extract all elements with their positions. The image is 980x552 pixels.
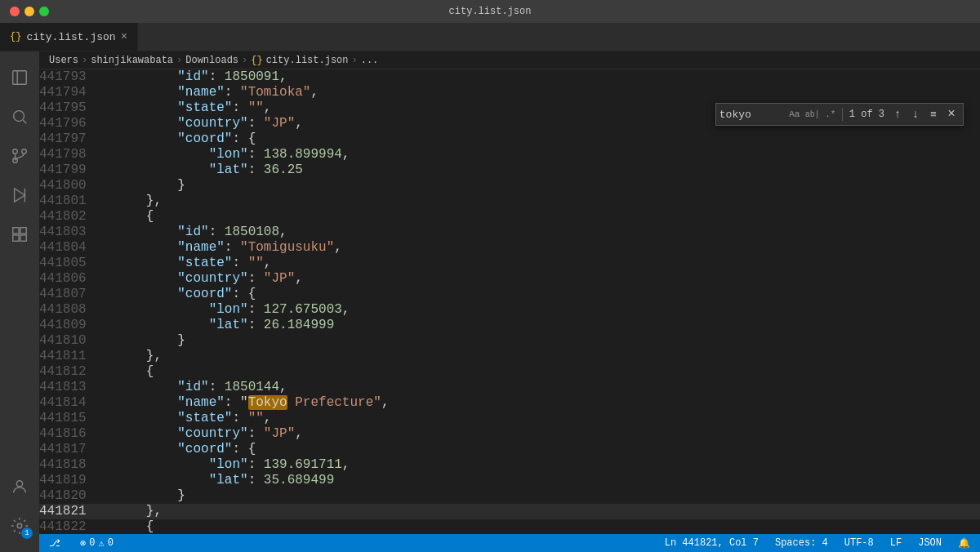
line-number: 441817 — [39, 442, 83, 457]
close-search-button[interactable]: × — [943, 106, 960, 122]
line-content: "lat": 26.184999 — [83, 318, 980, 333]
svg-point-12 — [16, 481, 22, 487]
encoding-setting[interactable]: UTF-8 — [841, 537, 877, 549]
language-text: JSON — [918, 537, 942, 549]
table-row: 441820 } — [39, 488, 980, 504]
find-in-selection-button[interactable]: ≡ — [925, 106, 942, 122]
line-content: "state": "", — [83, 411, 980, 426]
table-row: 441811 }, — [39, 349, 980, 364]
line-content: "id": 1850144, — [83, 380, 980, 395]
table-row: 441812 { — [39, 364, 980, 380]
table-row: 441816 "country": "JP", — [39, 426, 980, 442]
activity-icon-search[interactable] — [0, 97, 39, 136]
table-row: 441822 { — [39, 519, 980, 534]
search-count: 1 of 3 — [846, 109, 888, 120]
svg-point-3 — [13, 149, 18, 154]
main-layout: 1 Users › shinjikawabata › Downloads › {… — [0, 51, 980, 552]
breadcrumb-sep-2: › — [176, 55, 182, 66]
git-status[interactable]: ⎇ — [46, 537, 67, 550]
line-number: 441796 — [39, 116, 83, 131]
table-row: 441798 "lon": 138.899994, — [39, 147, 980, 162]
errors-status[interactable]: ⊗ 0 ⚠ 0 — [77, 537, 117, 550]
breadcrumb-more[interactable]: ... — [361, 55, 379, 66]
tab-city-list[interactable]: {} city.list.json × — [0, 22, 138, 51]
table-row: 441817 "coord": { — [39, 442, 980, 457]
line-number: 441808 — [39, 302, 83, 318]
line-number: 441809 — [39, 318, 83, 333]
minimize-button[interactable] — [24, 7, 34, 16]
line-number: 441798 — [39, 147, 83, 162]
line-number: 441806 — [39, 271, 83, 287]
table-row: 441807 "coord": { — [39, 287, 980, 302]
table-row: 441805 "state": "", — [39, 256, 980, 271]
svg-marker-6 — [15, 189, 25, 203]
activity-icon-settings[interactable]: 1 — [0, 506, 39, 545]
table-row: 441803 "id": 1850108, — [39, 225, 980, 240]
breadcrumb-file[interactable]: city.list.json — [266, 55, 349, 66]
svg-point-4 — [22, 149, 27, 154]
next-match-button[interactable]: ↓ — [907, 106, 924, 122]
warning-count: 0 — [108, 537, 114, 549]
table-row: 441793 "id": 1850091, — [39, 69, 980, 85]
maximize-button[interactable] — [39, 7, 49, 16]
line-ending-setting[interactable]: LF — [887, 537, 905, 549]
activity-icon-account[interactable] — [0, 467, 39, 506]
prev-match-button[interactable]: ↑ — [889, 106, 906, 122]
line-content: { — [83, 519, 980, 534]
case-sensitive-button[interactable]: Aa — [786, 106, 803, 122]
table-row: 441814 "name": "Tokyo Prefecture", — [39, 395, 980, 411]
table-row: 441810 } — [39, 333, 980, 349]
window-title: city.list.json — [449, 6, 532, 17]
svg-rect-0 — [13, 71, 27, 85]
table-row: 441794 "name": "Tomioka", — [39, 85, 980, 100]
cursor-position[interactable]: Ln 441821, Col 7 — [662, 537, 762, 549]
breadcrumb-shinjikawabata[interactable]: shinjikawabata — [91, 55, 173, 66]
line-number: 441822 — [39, 519, 83, 534]
spaces-setting[interactable]: Spaces: 4 — [772, 537, 831, 549]
close-button[interactable] — [10, 7, 20, 16]
line-number: 441816 — [39, 426, 83, 442]
line-number: 441807 — [39, 287, 83, 302]
line-content: "coord": { — [83, 287, 980, 302]
line-content: { — [83, 209, 980, 225]
spaces-text: Spaces: 4 — [775, 537, 828, 549]
activity-icon-source-control[interactable] — [0, 136, 39, 176]
title-bar: city.list.json — [0, 0, 980, 23]
breadcrumb: Users › shinjikawabata › Downloads › {} … — [39, 51, 980, 69]
breadcrumb-downloads[interactable]: Downloads — [185, 55, 238, 66]
line-number: 441821 — [39, 504, 83, 519]
warning-icon: ⚠ — [98, 537, 104, 550]
svg-point-13 — [17, 523, 22, 528]
breadcrumb-sep-4: › — [352, 55, 358, 66]
table-row: 441799 "lat": 36.25 — [39, 162, 980, 178]
table-row: 441808 "lon": 127.675003, — [39, 302, 980, 318]
line-number: 441805 — [39, 256, 83, 271]
line-number: 441799 — [39, 162, 83, 178]
search-input[interactable] — [719, 109, 785, 121]
breadcrumb-users[interactable]: Users — [49, 55, 78, 66]
notifications-button[interactable]: 🔔 — [955, 537, 973, 550]
regex-button[interactable]: .* — [822, 106, 839, 122]
line-content: "id": 1850108, — [83, 225, 980, 240]
line-number: 441794 — [39, 85, 83, 100]
table-row: 441804 "name": "Tomigusuku", — [39, 240, 980, 256]
line-number: 441802 — [39, 209, 83, 225]
activity-icon-explorer[interactable] — [0, 58, 39, 97]
line-content: } — [83, 488, 980, 504]
code-lines: 441793 "id": 1850091,441794 "name": "Tom… — [39, 69, 980, 534]
tab-close-icon[interactable]: × — [121, 31, 127, 42]
breadcrumb-sep-3: › — [242, 55, 247, 66]
table-row: 441802 { — [39, 209, 980, 225]
line-number: 441800 — [39, 178, 83, 194]
traffic-lights — [10, 7, 49, 16]
activity-icon-extensions[interactable] — [0, 215, 39, 254]
line-ending-text: LF — [890, 537, 902, 549]
line-content: "lon": 138.899994, — [83, 147, 980, 162]
line-number: 441803 — [39, 225, 83, 240]
code-editor[interactable]: 441793 "id": 1850091,441794 "name": "Tom… — [39, 69, 980, 534]
whole-word-button[interactable]: ab| — [804, 106, 821, 122]
line-content: "lat": 36.25 — [83, 162, 980, 178]
activity-icon-run[interactable] — [0, 176, 39, 215]
language-mode[interactable]: JSON — [915, 537, 945, 549]
line-number: 441815 — [39, 411, 83, 426]
